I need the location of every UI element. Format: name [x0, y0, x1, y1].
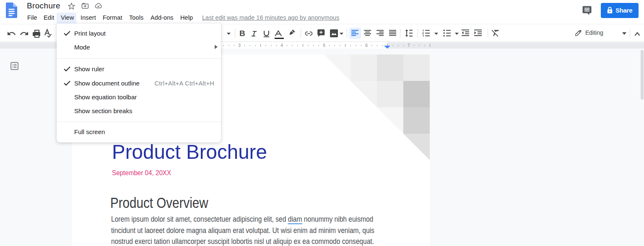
svg-text:7: 7: [408, 43, 410, 48]
svg-text:5: 5: [323, 43, 325, 48]
svg-text:6: 6: [365, 43, 368, 48]
svg-text:4: 4: [280, 43, 283, 48]
svg-text:3: 3: [238, 43, 241, 48]
